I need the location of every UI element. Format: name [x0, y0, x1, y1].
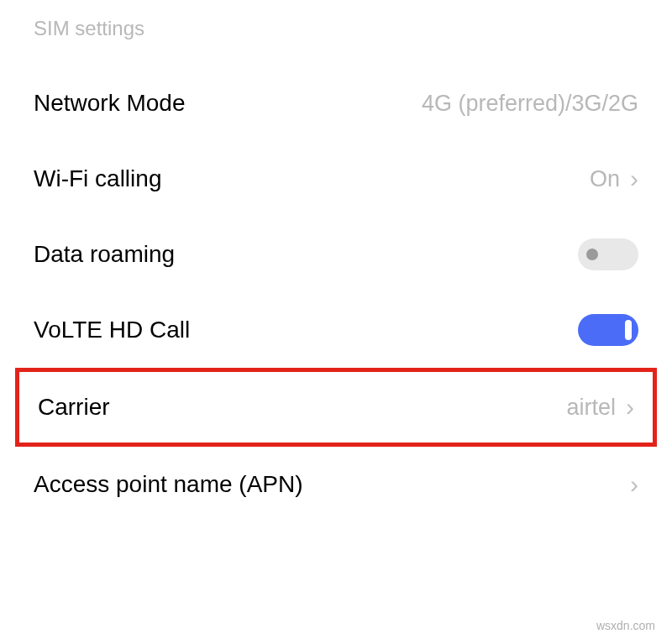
apn-value: › — [630, 472, 638, 497]
toggle-knob — [586, 249, 598, 260]
chevron-right-icon: › — [626, 395, 634, 420]
volte-toggle[interactable] — [578, 314, 638, 346]
section-header: SIM settings — [0, 0, 672, 65]
data-roaming-value — [578, 238, 638, 270]
watermark: wsxdn.com — [596, 619, 655, 632]
network-mode-value: 4G (preferred)/3G/2G — [422, 91, 638, 117]
carrier-row[interactable]: Carrier airtel › — [15, 368, 657, 447]
data-roaming-toggle[interactable] — [578, 238, 638, 270]
apn-label: Access point name (APN) — [34, 471, 303, 498]
wifi-calling-row[interactable]: Wi-Fi calling On › — [0, 141, 672, 217]
toggle-knob — [625, 320, 632, 340]
wifi-calling-value-text: On — [590, 166, 620, 192]
chevron-right-icon: › — [630, 472, 638, 497]
apn-row[interactable]: Access point name (APN) › — [0, 447, 672, 522]
chevron-right-icon: › — [630, 166, 638, 191]
network-mode-value-text: 4G (preferred)/3G/2G — [422, 91, 638, 117]
volte-row[interactable]: VoLTE HD Call — [0, 292, 672, 368]
volte-label: VoLTE HD Call — [34, 317, 190, 343]
data-roaming-label: Data roaming — [34, 241, 175, 268]
wifi-calling-label: Wi-Fi calling — [34, 165, 161, 192]
network-mode-label: Network Mode — [34, 90, 186, 117]
data-roaming-row[interactable]: Data roaming — [0, 217, 672, 292]
carrier-value-text: airtel — [566, 395, 616, 421]
network-mode-row[interactable]: Network Mode 4G (preferred)/3G/2G — [0, 65, 672, 141]
wifi-calling-value: On › — [590, 166, 638, 192]
carrier-label: Carrier — [38, 394, 110, 421]
carrier-value: airtel › — [566, 395, 634, 421]
volte-value — [578, 314, 638, 346]
settings-list: Network Mode 4G (preferred)/3G/2G Wi-Fi … — [0, 65, 672, 522]
